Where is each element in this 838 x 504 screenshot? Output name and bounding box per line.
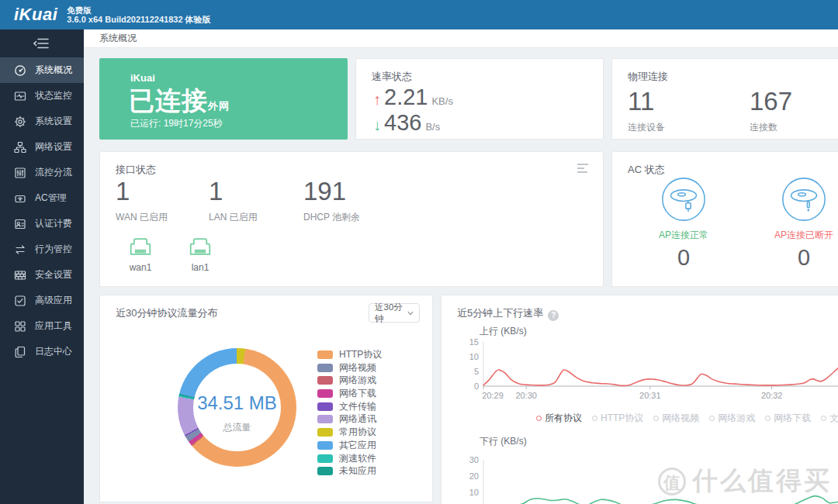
connection-brand: iKuai [130,72,155,84]
sidebar-item-3[interactable]: 系统设置 [0,109,84,134]
sidebar-item-label: 网络设置 [35,140,72,154]
sidebar-item-6[interactable]: AC管理 [0,185,84,211]
interface-stat: 191DHCP 池剩余 [303,177,360,224]
legend-label: 网络通讯 [339,413,376,426]
total-traffic-value: 34.51 MB [178,392,296,414]
log-pages-icon [14,346,26,358]
legend-swatch [317,376,333,385]
edition-label: 免费版 [67,5,210,15]
ap-count-value: 0 [757,245,838,271]
protocol-distribution-card: 近30分钟协议流量分布 近30分钟 34.51 MB 总流量 HTTP协议网络视… [99,295,433,502]
legend-swatch [317,350,333,359]
ap-count-value: 0 [637,245,730,271]
interface-card-menu-button[interactable] [577,163,589,174]
sidebar-item-1[interactable]: 系统概况 [0,57,84,83]
upload-rate-value: 2.21 [384,85,428,110]
legend-label: 其它应用 [339,439,376,452]
donut-legend-item[interactable]: 常用协议 [317,426,382,438]
connection-status: 已连接外网 [129,84,230,119]
stat-label: 连接设备 [628,121,665,134]
ap-connected-icon [637,175,730,226]
sidebar-item-label: 安全设置 [35,268,72,281]
sidebar-item-label: 流控分流 [35,166,72,179]
ap-disconnected-icon [757,175,838,226]
stat-label: DHCP 池剩余 [303,211,360,224]
donut-legend-item[interactable]: HTTP协议 [317,349,382,361]
firewall-icon [14,269,26,281]
legend-label: 测速软件 [339,452,376,465]
swap-arrows-icon [14,243,26,256]
donut-legend-item[interactable]: 网络视频 [317,362,382,374]
download-rate-row: ↓ 436 B/s [373,110,440,136]
version-info: 免费版 3.6.0 x64 Build202112241832 体验版 [67,5,210,25]
donut-legend-item[interactable]: 测速软件 [317,453,382,464]
protocol-card-title: 近30分钟协议流量分布 [116,306,217,320]
ap-status-label: AP连接正常 [637,229,730,242]
build-label: 3.6.0 x64 Build202112241832 体验版 [67,15,210,25]
donut-legend-item[interactable]: 其它应用 [317,440,382,451]
legend-swatch [317,364,333,372]
sidebar-item-10[interactable]: 高级应用 [0,288,84,313]
sidebar-item-label: 高级应用 [35,294,72,307]
sidebar-item-label: 系统概况 [35,64,72,77]
legend-label: 文件传输 [339,400,376,413]
time-range-dropdown[interactable]: 近30分钟 [369,303,420,323]
port-name: lan1 [185,262,216,273]
watermark-text: 什么值得买 [692,464,832,499]
ac-status-card: AC 状态 AP连接正常0AP连接已断开0 [611,151,838,287]
donut-legend-item[interactable]: 未知应用 [317,465,382,477]
port-wan1[interactable]: wan1 [125,234,156,273]
stat-value: 1 [116,177,168,206]
legend-label: 网络游戏 [339,374,376,387]
ethernet-port-icon [185,234,216,261]
sidebar-item-label: 应用工具 [35,319,72,333]
upload-rate-row: ↑ 2.21 KB/s [373,85,453,110]
donut-legend: HTTP协议网络视频网络游戏网络下载文件传输网络通讯常用协议其它应用测速软件未知… [317,349,382,478]
sidebar-collapse-button[interactable] [0,29,84,57]
donut-legend-item[interactable]: 网络通讯 [317,413,382,425]
legend-swatch [317,467,333,475]
upload-rate-unit: KB/s [431,95,452,107]
sidebar-item-2[interactable]: 状态监控 [0,83,84,109]
donut-legend-item[interactable]: 文件传输 [317,401,382,413]
connection-status-suffix: 外网 [208,100,230,112]
sidebar-item-9[interactable]: 安全设置 [0,262,84,288]
port-lan1[interactable]: lan1 [185,234,216,273]
donut-legend-item[interactable]: 网络游戏 [317,375,382,386]
stat-value: 167 [750,87,792,116]
sidebar-menu: 系统概况状态监控系统设置网络设置流控分流AC管理认证计费行为管控安全设置高级应用… [0,57,84,364]
legend-label: 未知应用 [339,464,376,478]
speed-card-title: 速率状态 [372,70,412,84]
legend-swatch [317,402,333,411]
sidebar-item-11[interactable]: 应用工具 [0,313,84,339]
watermark-badge: 值 [658,468,686,495]
sidebar-item-12[interactable]: 日志中心 [0,339,84,364]
upload-arrow-icon: ↑ [373,91,381,109]
stat-label: LAN 已启用 [209,211,258,224]
stat-value: 1 [209,177,258,206]
interface-stat: 1LAN 已启用 [209,177,258,224]
download-rate-unit: B/s [425,121,440,133]
stat-value: 191 [303,177,360,206]
legend-label: 常用协议 [339,426,376,439]
ap-device-icon [14,192,26,205]
time-range-value: 近30分钟 [375,302,407,325]
sidebar-item-label: AC管理 [35,192,67,205]
connection-status-card: iKuai 已连接外网 已运行: 19时17分25秒 [99,58,348,140]
sidebar-item-4[interactable]: 网络设置 [0,134,84,160]
donut-legend-item[interactable]: 网络下载 [317,388,382,399]
ac-status-err: AP连接已断开0 [757,175,838,271]
gauge-icon [14,64,26,77]
ac-status-ok: AP连接正常0 [637,175,730,271]
legend-label: 网络视频 [339,361,376,375]
legend-label: HTTP协议 [339,348,382,361]
ap-status-label: AP连接已断开 [757,229,838,242]
sidebar-item-7[interactable]: 认证计费 [0,211,84,236]
sidebar-item-5[interactable]: 流控分流 [0,160,84,185]
sidebar-item-label: 日志中心 [35,345,72,358]
interface-stat: 1WAN 已启用 [116,177,168,224]
physical-stat: 167连接数 [750,87,792,134]
sidebar-item-8[interactable]: 行为管控 [0,236,84,262]
ethernet-port-icon [125,234,156,261]
legend-swatch [317,389,333,398]
